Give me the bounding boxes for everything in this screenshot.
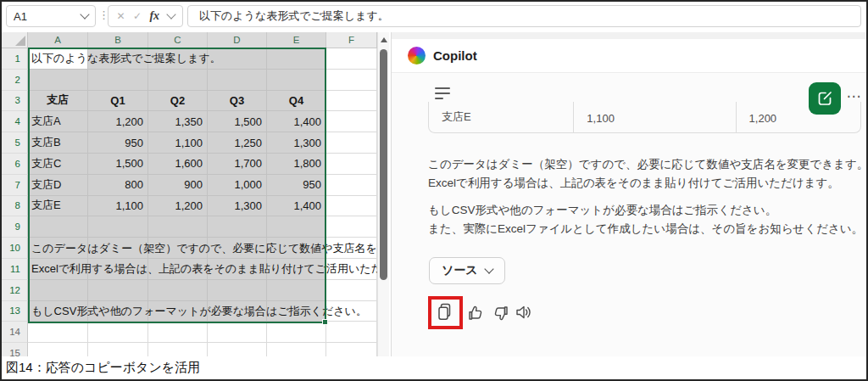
cell[interactable] [326, 175, 377, 196]
cell[interactable] [148, 70, 208, 91]
cell[interactable]: 1,800 [267, 154, 326, 175]
row-header[interactable]: 10 [2, 238, 28, 259]
select-all-corner[interactable] [2, 32, 28, 48]
cell[interactable] [88, 216, 148, 238]
formula-input[interactable]: 以下のような表形式でご提案します。 [187, 5, 861, 27]
cell[interactable] [267, 70, 326, 91]
cell[interactable]: 支店A [28, 111, 88, 132]
cell[interactable] [88, 280, 148, 301]
cell[interactable]: 1,200 [148, 196, 208, 217]
read-aloud-button[interactable] [515, 304, 533, 321]
cell[interactable] [326, 196, 377, 217]
thumbs-up-button[interactable] [467, 305, 484, 322]
cell[interactable] [88, 322, 148, 343]
cell[interactable]: Q4 [267, 91, 326, 112]
cell[interactable]: 支店D [28, 175, 88, 196]
cell[interactable]: 950 [267, 175, 326, 196]
enter-icon[interactable]: ✓ [133, 10, 142, 22]
column-header[interactable]: E [267, 32, 326, 48]
vertical-scrollbar[interactable] [377, 32, 389, 356]
cell[interactable]: 1,100 [148, 132, 208, 154]
chevron-down-icon[interactable] [166, 9, 175, 19]
cell[interactable] [326, 132, 377, 154]
row-header[interactable]: 2 [2, 70, 28, 91]
cell[interactable] [326, 216, 377, 238]
cell[interactable] [267, 48, 326, 70]
row-header[interactable]: 5 [2, 132, 28, 154]
cell[interactable]: 1,400 [267, 111, 326, 132]
cell[interactable] [88, 343, 148, 356]
cell[interactable] [326, 48, 377, 70]
name-box[interactable]: A1 [6, 5, 96, 27]
cell[interactable] [267, 322, 326, 343]
cell[interactable] [267, 280, 326, 301]
insert-function-icon[interactable]: fx [149, 9, 159, 23]
cell[interactable] [267, 343, 326, 356]
cell[interactable] [208, 322, 267, 343]
row-header[interactable]: 12 [2, 280, 28, 301]
row-header[interactable]: 9 [2, 216, 28, 238]
row-header[interactable]: 6 [2, 154, 28, 175]
cell[interactable] [148, 280, 208, 301]
column-header[interactable]: F [326, 32, 377, 48]
cell[interactable]: 1,250 [208, 132, 267, 154]
column-header[interactable]: D [208, 32, 267, 48]
cell[interactable]: 1,000 [208, 175, 267, 196]
cell[interactable]: 支店E [28, 196, 88, 217]
cell[interactable] [326, 322, 377, 343]
cell[interactable]: 1,300 [208, 196, 267, 217]
cell[interactable] [208, 343, 267, 356]
cell[interactable] [208, 216, 267, 238]
cell[interactable]: 支店 [28, 91, 88, 112]
cell[interactable] [28, 322, 88, 343]
row-header[interactable]: 1 [2, 48, 28, 70]
cell[interactable]: 1,700 [208, 154, 267, 175]
cell[interactable]: 1,100 [88, 196, 148, 217]
row-header[interactable]: 14 [2, 322, 28, 343]
cell[interactable]: Q2 [148, 91, 208, 112]
cell[interactable] [148, 216, 208, 238]
cell[interactable] [28, 70, 88, 91]
cell[interactable] [148, 322, 208, 343]
cell[interactable] [28, 280, 88, 301]
scrollbar-thumb[interactable] [380, 49, 387, 280]
scroll-up-icon[interactable] [381, 37, 387, 42]
cell[interactable] [148, 343, 208, 356]
cell[interactable] [28, 216, 88, 238]
cell[interactable] [88, 70, 148, 91]
cell[interactable] [326, 91, 377, 112]
cancel-icon[interactable]: ✕ [116, 10, 125, 22]
copy-button[interactable] [437, 303, 453, 322]
cell[interactable]: 支店B [28, 132, 88, 154]
row-header[interactable]: 13 [2, 301, 28, 322]
row-header[interactable]: 4 [2, 111, 28, 132]
cell[interactable]: 800 [88, 175, 148, 196]
cell[interactable]: 1,500 [88, 154, 148, 175]
cell[interactable]: 900 [148, 175, 208, 196]
cell[interactable] [208, 280, 267, 301]
cell[interactable] [28, 343, 88, 356]
thumbs-down-button[interactable] [492, 305, 509, 322]
row-header[interactable]: 8 [2, 196, 28, 217]
row-header[interactable]: 3 [2, 91, 28, 112]
cell[interactable]: 950 [88, 132, 148, 154]
cell[interactable]: 1,500 [208, 111, 267, 132]
cell[interactable] [208, 70, 267, 91]
cell[interactable]: 1,200 [88, 111, 148, 132]
row-header[interactable]: 15 [2, 343, 28, 356]
cell[interactable] [326, 111, 377, 132]
cell[interactable]: 1,300 [267, 132, 326, 154]
row-header[interactable]: 11 [2, 259, 28, 280]
cell[interactable] [326, 280, 377, 301]
row-header[interactable]: 7 [2, 175, 28, 196]
column-header[interactable]: C [148, 32, 208, 48]
cell[interactable]: 1,400 [267, 196, 326, 217]
column-header[interactable]: A [28, 32, 88, 48]
cell[interactable]: 1,600 [148, 154, 208, 175]
cell[interactable]: Q1 [88, 91, 148, 112]
column-header[interactable]: B [88, 32, 148, 48]
cell[interactable] [326, 70, 377, 91]
fill-handle[interactable] [322, 319, 328, 325]
cell[interactable]: 1,350 [148, 111, 208, 132]
chat-history-icon[interactable] [435, 87, 450, 103]
